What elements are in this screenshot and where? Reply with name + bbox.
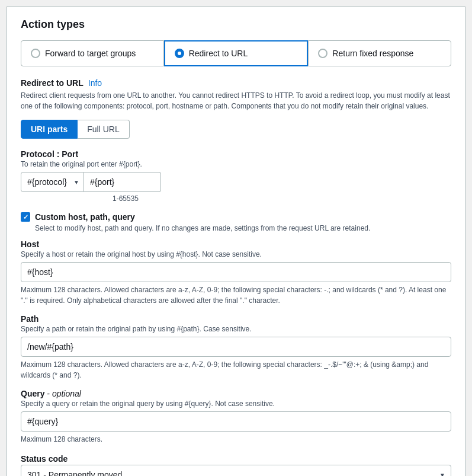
host-hint: Maximum 128 characters. Allowed characte…	[21, 285, 451, 306]
host-field-group: Host Specify a host or retain the origin…	[21, 239, 451, 306]
port-hint: 1-65535	[113, 194, 451, 203]
radio-redirect	[175, 49, 184, 58]
protocol-port-label: Protocol : Port	[21, 149, 451, 159]
protocol-select-wrapper: #{protocol} HTTP HTTPS ▼	[21, 172, 84, 192]
custom-host-label: Custom host, path, query	[35, 212, 135, 222]
action-redirect-label: Redirect to URL	[189, 49, 248, 58]
action-fixed[interactable]: Return fixed response	[308, 40, 451, 66]
tab-uri-parts[interactable]: URI parts	[21, 120, 78, 139]
query-label-optional: - optional	[47, 389, 81, 398]
protocol-port-group: Protocol : Port To retain the original p…	[21, 149, 451, 203]
status-code-group: Status code 301 - Permanently moved 302 …	[21, 454, 451, 476]
path-field-group: Path Specify a path or retain the origin…	[21, 314, 451, 381]
action-types-panel: Action types Forward to target groups Re…	[6, 6, 466, 476]
path-label: Path	[21, 314, 451, 324]
custom-host-checkbox[interactable]	[21, 212, 30, 222]
redirect-description: Redirect client requests from one URL to…	[21, 90, 451, 111]
action-fixed-label: Return fixed response	[332, 49, 413, 58]
path-hint: Maximum 128 characters. Allowed characte…	[21, 359, 451, 381]
query-field-group: Query - optional Specify a query or reta…	[21, 389, 451, 445]
radio-forward	[31, 49, 40, 58]
protocol-port-sublabel: To retain the original port enter #{port…	[21, 160, 451, 168]
query-hint: Maximum 128 characters.	[21, 434, 451, 445]
action-forward[interactable]: Forward to target groups	[21, 40, 164, 66]
custom-host-group: Custom host, path, query Select to modif…	[21, 212, 451, 445]
query-input[interactable]	[21, 411, 451, 432]
redirect-info-row: Redirect to URL Info	[21, 78, 451, 88]
redirect-section-title: Redirect to URL	[21, 78, 84, 88]
status-code-select-wrapper: 301 - Permanently moved 302 - Found ▼	[21, 465, 451, 476]
panel-title: Action types	[21, 18, 451, 31]
redirect-section: Redirect to URL Info Redirect client req…	[21, 78, 451, 476]
action-forward-label: Forward to target groups	[45, 49, 136, 58]
radio-fixed	[318, 49, 327, 58]
uri-tabs: URI parts Full URL	[21, 120, 451, 139]
tab-full-url[interactable]: Full URL	[78, 120, 129, 139]
path-input[interactable]	[21, 337, 451, 357]
action-redirect[interactable]: Redirect to URL	[164, 40, 309, 66]
status-code-label: Status code	[21, 454, 451, 464]
path-sublabel: Specify a path or retain the original pa…	[21, 325, 451, 333]
protocol-port-inputs: #{protocol} HTTP HTTPS ▼	[21, 172, 451, 192]
action-types-row: Forward to target groups Redirect to URL…	[21, 40, 451, 66]
port-input[interactable]	[84, 172, 161, 192]
host-input[interactable]	[21, 262, 451, 282]
protocol-select[interactable]: #{protocol} HTTP HTTPS	[21, 172, 84, 192]
custom-host-row: Custom host, path, query	[21, 212, 451, 222]
host-sublabel: Specify a host or retain the original ho…	[21, 250, 451, 258]
custom-host-description: Select to modify host, path and query. I…	[35, 224, 451, 232]
query-sublabel: Specify a query or retain the original q…	[21, 400, 451, 408]
info-link[interactable]: Info	[88, 78, 102, 88]
status-code-select[interactable]: 301 - Permanently moved 302 - Found	[21, 465, 451, 476]
query-label: Query - optional	[21, 389, 451, 398]
host-label: Host	[21, 239, 451, 249]
